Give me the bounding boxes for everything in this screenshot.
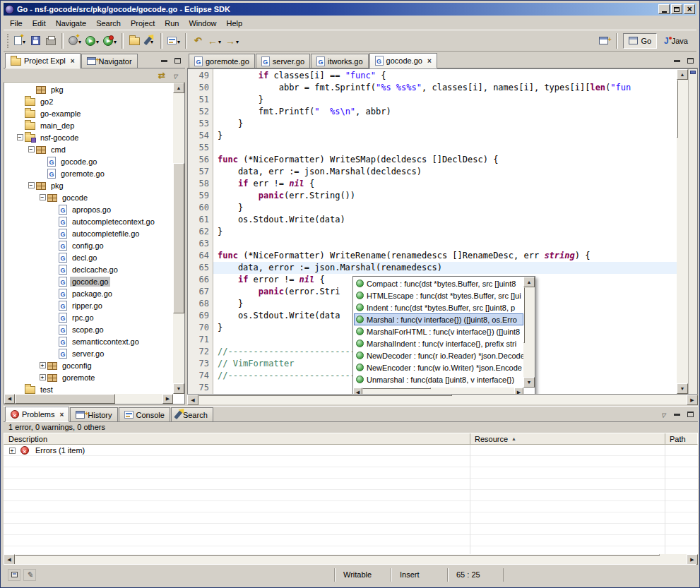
tree-item-package-go[interactable]: package.go [4, 287, 173, 299]
scroll-down-icon[interactable]: ▼ [523, 377, 535, 388]
editor-horizontal-scrollbar[interactable]: ◀ ▶ [187, 395, 698, 404]
run-button[interactable] [83, 32, 101, 49]
tree-item-goconfig[interactable]: +goconfig [4, 359, 173, 371]
tree-item-nsf-gocode[interactable]: −nsf-gocode [4, 131, 173, 143]
link-with-editor-icon[interactable] [158, 71, 165, 80]
scroll-left-icon[interactable]: ◀ [4, 554, 15, 565]
scrollbar-track[interactable] [15, 554, 687, 564]
tree-item-config-go[interactable]: config.go [4, 239, 173, 251]
editor-tab-gocode-go[interactable]: gocode.go× [369, 53, 437, 68]
fast-view-button[interactable] [8, 569, 20, 581]
scroll-up-icon[interactable]: ▲ [677, 69, 688, 80]
tree-item-pkg[interactable]: −pkg [4, 179, 173, 191]
external-tools-button[interactable] [66, 32, 83, 49]
scrollbar-track[interactable] [677, 80, 688, 383]
overview-ruler[interactable] [688, 69, 697, 394]
last-edit-location-button[interactable] [190, 32, 206, 49]
completion-item-selected[interactable]: Marshal : func(v interface{}) ([]uint8, … [354, 313, 523, 325]
scroll-right-icon[interactable]: ▶ [687, 554, 698, 565]
scrollbar-thumb[interactable] [523, 287, 525, 343]
open-resource-button[interactable] [126, 32, 142, 49]
dropdown-arrow-icon[interactable] [218, 37, 221, 45]
column-header-description[interactable]: Description [4, 433, 470, 444]
minimize-view-button[interactable] [158, 56, 170, 66]
completion-item[interactable]: Compact : func(dst *bytes.Buffer, src []… [354, 277, 523, 289]
tree-item-scope-go[interactable]: scope.go [4, 323, 173, 335]
dropdown-arrow-icon[interactable] [177, 37, 180, 45]
tree-item-server-go[interactable]: server.go [4, 347, 173, 359]
menu-file[interactable]: File [5, 18, 28, 29]
next-annotation-button[interactable] [165, 32, 182, 49]
completion-item[interactable]: NewDecoder : func(r io.Reader) *json.Dec… [354, 349, 523, 361]
completion-item[interactable]: Unmarshal : func(data []uint8, v interfa… [354, 373, 523, 385]
scroll-right-icon[interactable]: ▶ [514, 388, 523, 395]
tree-item-semanticcontext-go[interactable]: semanticcontext.go [4, 335, 173, 347]
scroll-left-icon[interactable]: ◀ [4, 394, 15, 404]
tree-item-go2[interactable]: go2 [4, 95, 173, 107]
tree-item-goremote-go[interactable]: goremote.go [4, 167, 173, 179]
perspective-java-button[interactable]: Java [658, 33, 694, 49]
save-button[interactable] [28, 32, 43, 49]
dropdown-arrow-icon[interactable] [235, 37, 239, 45]
dropdown-arrow-icon[interactable] [95, 37, 99, 45]
scrollbar-thumb[interactable] [198, 395, 452, 396]
scrollbar-thumb[interactable] [362, 388, 431, 389]
tab-console[interactable]: Console [119, 407, 170, 421]
tree-item-gocode-go[interactable]: gocode.go [4, 275, 173, 287]
popup-vertical-scrollbar[interactable]: ▲ ▼ [523, 277, 535, 388]
menu-project[interactable]: Project [126, 18, 160, 29]
tab-project-expl[interactable]: Project Expl× [5, 53, 81, 68]
completion-item[interactable]: NewEncoder : func(w io.Writer) *json.Enc… [354, 361, 523, 373]
scroll-up-icon[interactable]: ▲ [173, 83, 184, 93]
tab-history[interactable]: History [70, 407, 117, 421]
minimize-editor-button[interactable] [671, 56, 682, 66]
titlebar[interactable]: Go - nsf-gocode/src/pkg/gocode/gocode.go… [4, 3, 696, 16]
expand-icon[interactable]: + [37, 374, 47, 380]
view-menu-button[interactable] [170, 71, 181, 80]
problems-row[interactable]: +Errors (1 item) [4, 445, 698, 456]
maximize-button[interactable] [671, 4, 682, 14]
collapse-icon[interactable]: − [26, 146, 36, 152]
tree-horizontal-scrollbar[interactable]: ◀ ▶ [4, 394, 173, 404]
menu-navigate[interactable]: Navigate [51, 18, 91, 29]
scrollbar-track[interactable] [173, 93, 184, 383]
tree-item-apropos-go[interactable]: apropos.go [4, 203, 173, 215]
tree-item-declcache-go[interactable]: declcache.go [4, 263, 173, 275]
scrollbar-thumb[interactable] [677, 80, 678, 138]
tree-item-decl-go[interactable]: decl.go [4, 251, 173, 263]
toolbar-grip[interactable] [7, 34, 10, 48]
scrollbar-track[interactable] [362, 388, 514, 395]
column-header-resource[interactable]: Resource▲ [470, 433, 665, 444]
scroll-left-icon[interactable]: ◀ [353, 388, 362, 395]
maximize-view-button[interactable] [172, 56, 183, 66]
run-last-launched-button[interactable] [101, 32, 119, 49]
completion-item[interactable]: MarshalForHTML : func(v interface{}) ([]… [354, 325, 523, 337]
forward-button[interactable] [223, 32, 241, 49]
maximize-view-button[interactable] [684, 409, 696, 419]
menu-search[interactable]: Search [91, 18, 126, 29]
completion-item[interactable]: HTMLEscape : func(dst *bytes.Buffer, src… [354, 289, 523, 301]
tree-item-ripper-go[interactable]: ripper.go [4, 299, 173, 311]
tree-item-pkg[interactable]: pkg [4, 83, 173, 95]
scrollbar-thumb[interactable] [15, 554, 660, 556]
editor-tab-goremote-go[interactable]: goremote.go [189, 54, 255, 68]
tree-item-go-example[interactable]: go-example [4, 107, 173, 119]
edit-mode-button[interactable] [23, 569, 36, 581]
editor-tab-itworks-go[interactable]: itworks.go [311, 54, 369, 68]
tree-item-goremote[interactable]: +goremote [4, 371, 173, 383]
expand-icon[interactable]: + [7, 448, 17, 454]
open-perspective-button[interactable] [595, 32, 611, 49]
scrollbar-track[interactable] [198, 395, 687, 404]
editor-vertical-scrollbar[interactable]: ▲ ▼ [677, 69, 688, 394]
code-editor[interactable]: 4950515253545556575859606162636465666768… [187, 68, 698, 395]
menu-run[interactable]: Run [160, 18, 184, 29]
back-button[interactable] [206, 32, 223, 49]
scroll-down-icon[interactable]: ▼ [677, 383, 688, 394]
tree-item-gocode[interactable]: −gocode [4, 191, 173, 203]
minimize-view-button[interactable] [671, 409, 682, 419]
tree-item-cmd[interactable]: −cmd [4, 143, 173, 155]
close-button[interactable] [684, 4, 695, 14]
print-button[interactable] [43, 32, 59, 49]
scroll-left-icon[interactable]: ◀ [187, 395, 198, 405]
menu-window[interactable]: Window [184, 18, 221, 29]
